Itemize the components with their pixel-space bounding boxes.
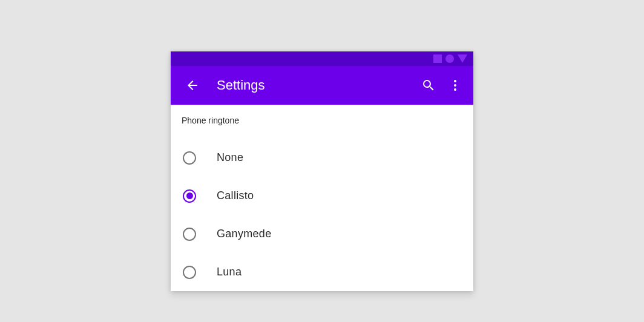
- status-circle-icon: [445, 54, 454, 63]
- radio-dot: [186, 192, 193, 199]
- ringtone-option[interactable]: Callisto: [182, 177, 462, 215]
- radio-button[interactable]: [183, 228, 196, 241]
- ringtone-option[interactable]: Luna: [182, 253, 462, 291]
- svg-point-0: [454, 80, 456, 82]
- svg-point-2: [454, 88, 456, 91]
- app-bar: Settings: [171, 66, 473, 105]
- status-bar: [171, 51, 473, 66]
- search-icon: [421, 78, 436, 93]
- status-triangle-icon: [458, 54, 467, 63]
- option-label: Ganymede: [217, 228, 271, 240]
- radio-button[interactable]: [183, 189, 196, 203]
- option-label: Callisto: [217, 189, 254, 202]
- status-square-icon: [433, 54, 442, 63]
- arrow-back-icon: [185, 78, 200, 93]
- radio-button[interactable]: [183, 266, 196, 279]
- content-area: Phone ringtone NoneCallistoGanymedeLuna: [171, 105, 473, 291]
- option-label: Luna: [217, 266, 242, 278]
- ringtone-option[interactable]: Ganymede: [182, 215, 462, 253]
- option-label: None: [217, 151, 243, 164]
- radio-button[interactable]: [183, 151, 196, 165]
- more-vert-icon: [448, 78, 462, 93]
- device-frame: Settings Phone ringtone NoneCallistoGany…: [171, 51, 473, 291]
- back-button[interactable]: [180, 73, 205, 97]
- svg-point-1: [454, 84, 456, 87]
- search-button[interactable]: [415, 72, 442, 99]
- section-header: Phone ringtone: [182, 116, 462, 125]
- ringtone-option[interactable]: None: [182, 139, 462, 177]
- overflow-menu-button[interactable]: [442, 72, 468, 99]
- page-title: Settings: [217, 77, 415, 93]
